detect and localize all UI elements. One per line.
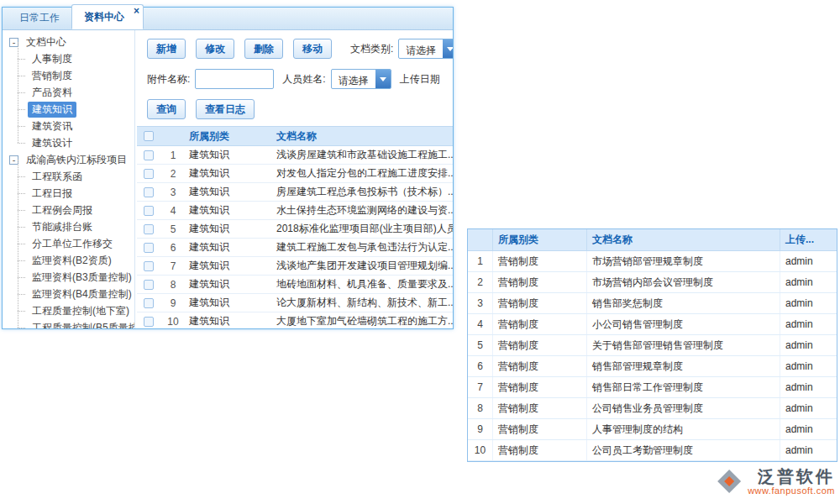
table-row[interactable]: 1建筑知识浅谈房屋建筑和市政基础设施工程施工...	[137, 146, 453, 165]
row-checkbox[interactable]	[144, 150, 154, 160]
row-checkbox[interactable]	[144, 243, 154, 253]
tree-item[interactable]: 分工单位工作移交	[8, 235, 134, 252]
tree-item[interactable]: 工程质量控制(B5质量控制)	[8, 319, 134, 328]
table-row[interactable]: 9建筑知识论大厦新材料、新结构、新技术、新工...	[137, 294, 453, 312]
tree-item-label: 建筑资讯	[28, 118, 76, 134]
cell-uploader: admin	[780, 272, 837, 292]
cell-number: 2	[160, 168, 186, 180]
table-row[interactable]: 8营销制度公司销售业务员管理制度admin	[468, 398, 837, 419]
cell-doc-name: 销售部管理规章制度	[587, 356, 780, 376]
attachment-input[interactable]	[195, 69, 274, 89]
select-all-checkbox[interactable]	[144, 131, 154, 141]
table-row[interactable]: 4营销制度小公司销售管理制度admin	[468, 314, 837, 335]
cell-doc-name: 房屋建筑工程总承包投标书（技术标）...	[273, 185, 453, 199]
table-row[interactable]: 8建筑知识地砖地面材料、机具准备、质量要求及...	[137, 276, 453, 294]
chevron-down-icon[interactable]	[443, 39, 453, 58]
tab-label: 资料中心	[84, 11, 124, 23]
tree-item-label: 工程质量控制(地下室)	[28, 303, 134, 319]
delete-button[interactable]: 删除	[244, 39, 283, 59]
table-row[interactable]: 7建筑知识浅谈地产集团开发建设项目管理规划编...	[137, 257, 453, 276]
table-row[interactable]: 6建筑知识建筑工程施工发包与承包违法行为认定...	[137, 239, 453, 257]
cell-category: 建筑知识	[186, 314, 273, 328]
tree-item[interactable]: 监理资料(B3质量控制)	[8, 269, 134, 286]
table-row[interactable]: 3建筑知识房屋建筑工程总承包投标书（技术标）...	[137, 183, 453, 202]
tree-item[interactable]: 营销制度	[8, 67, 134, 84]
tree-item-label: 建筑设计	[28, 135, 76, 151]
right-table-body: 1营销制度市场营销部管理规章制度admin2营销制度市场营销内部会议管理制度ad…	[468, 251, 837, 461]
row-checkbox[interactable]	[144, 280, 154, 290]
cell-number: 1	[468, 251, 493, 271]
table-row[interactable]: 4建筑知识水土保持生态环境监测网络的建设与资...	[137, 202, 453, 220]
table-row[interactable]: 2建筑知识对发包人指定分包的工程施工进度安排...	[137, 165, 453, 183]
tree-item-label: 工程质量控制(B5质量控制)	[28, 320, 134, 329]
category-select[interactable]: 请选择	[398, 39, 453, 59]
row-checkbox[interactable]	[144, 224, 154, 234]
checkbox-cell	[137, 187, 160, 197]
table-row[interactable]: 2营销制度市场营销内部会议管理制度admin	[468, 272, 837, 293]
add-button[interactable]: 新增	[147, 39, 186, 59]
cell-doc-name: 市场营销内部会议管理制度	[587, 272, 780, 292]
tab-data-center[interactable]: 资料中心 ×	[71, 4, 144, 29]
cell-doc-name: 市场营销部管理规章制度	[587, 251, 780, 271]
tree-item[interactable]: 人事制度	[8, 50, 134, 67]
cell-number: 9	[468, 419, 493, 439]
cell-doc-name: 销售部奖惩制度	[587, 293, 780, 313]
table-row[interactable]: 6营销制度销售部管理规章制度admin	[468, 356, 837, 377]
marketing-docs-table: 所属别类 文档名称 上传... 1营销制度市场营销部管理规章制度admin2营销…	[467, 228, 837, 462]
tree-item[interactable]: -文档中心	[8, 34, 134, 50]
tree-item[interactable]: 建筑知识	[8, 101, 134, 118]
table-row[interactable]: 7营销制度销售部日常工作管理制度admin	[468, 377, 837, 398]
cell-doc-name: 人事管理制度的结构	[587, 419, 780, 439]
close-icon[interactable]: ×	[134, 5, 139, 17]
header-category: 所属别类	[493, 229, 587, 250]
row-checkbox[interactable]	[144, 169, 154, 179]
person-select[interactable]: 请选择	[331, 69, 391, 89]
document-table: 所属别类 文档名称 1建筑知识浅谈房屋建筑和市政基础设施工程施工...2建筑知识…	[137, 126, 453, 328]
move-button[interactable]: 移动	[293, 39, 332, 59]
table-row[interactable]: 10营销制度公司员工考勤管理制度admin	[468, 440, 837, 461]
table-row[interactable]: 3营销制度销售部奖惩制度admin	[468, 293, 837, 314]
checkbox-cell	[137, 150, 160, 160]
cell-doc-name: 浅谈房屋建筑和市政基础设施工程施工...	[273, 148, 453, 162]
tree-item[interactable]: 建筑设计	[8, 134, 134, 151]
category-select-value: 请选择	[399, 39, 443, 58]
cell-category: 建筑知识	[186, 185, 273, 199]
checkbox-cell	[137, 224, 160, 234]
row-checkbox[interactable]	[144, 206, 154, 216]
cell-doc-name: 公司员工考勤管理制度	[587, 440, 780, 460]
row-checkbox[interactable]	[144, 298, 154, 308]
cell-uploader: admin	[780, 251, 837, 271]
row-checkbox[interactable]	[144, 187, 154, 197]
tree-item[interactable]: 监理资料(B2资质)	[8, 252, 134, 269]
tree-item-label: 监理资料(B2资质)	[28, 253, 116, 269]
attachment-label: 附件名称:	[147, 72, 190, 87]
view-log-button[interactable]: 查看日志	[196, 99, 255, 119]
table-row[interactable]: 5建筑知识2018标准化监理项目部(业主项目部)人员...	[137, 220, 453, 239]
table-row[interactable]: 9营销制度人事管理制度的结构admin	[468, 419, 837, 440]
document-table-header: 所属别类 文档名称	[137, 126, 453, 146]
table-row[interactable]: 5营销制度关于销售部管理销售管理制度admin	[468, 335, 837, 356]
chevron-down-icon[interactable]	[375, 70, 391, 88]
row-checkbox[interactable]	[144, 317, 154, 327]
tree-item[interactable]: 建筑资讯	[8, 118, 134, 134]
tree-item[interactable]: 工程质量控制(地下室)	[8, 302, 134, 319]
modify-button[interactable]: 修改	[196, 39, 234, 59]
cell-category: 营销制度	[493, 377, 587, 397]
upload-date-label: 上传日期	[400, 72, 440, 87]
tree-item[interactable]: 节能减排台账	[8, 218, 134, 235]
tree-item[interactable]: 工程例会周报	[8, 202, 134, 218]
tree-item[interactable]: 工程日报	[8, 185, 134, 202]
tree-item[interactable]: 工程联系函	[8, 168, 134, 185]
table-row[interactable]: 10建筑知识大厦地下室加气砼墙砌筑工程的施工方...	[137, 312, 453, 328]
query-button[interactable]: 查询	[147, 99, 186, 119]
cell-number: 5	[468, 335, 493, 355]
tree-item[interactable]: 产品资料	[8, 84, 134, 101]
tree-item[interactable]: -成渝高铁内江标段项目	[8, 151, 134, 168]
tab-daily-work[interactable]: 日常工作	[8, 6, 71, 29]
tab-bar: 日常工作 资料中心 ×	[3, 8, 453, 30]
tree-item[interactable]: 监理资料(B4质量控制)	[8, 286, 134, 302]
cell-number: 3	[160, 186, 186, 198]
cell-category: 建筑知识	[186, 296, 273, 310]
table-row[interactable]: 1营销制度市场营销部管理规章制度admin	[468, 251, 837, 272]
row-checkbox[interactable]	[144, 261, 154, 271]
